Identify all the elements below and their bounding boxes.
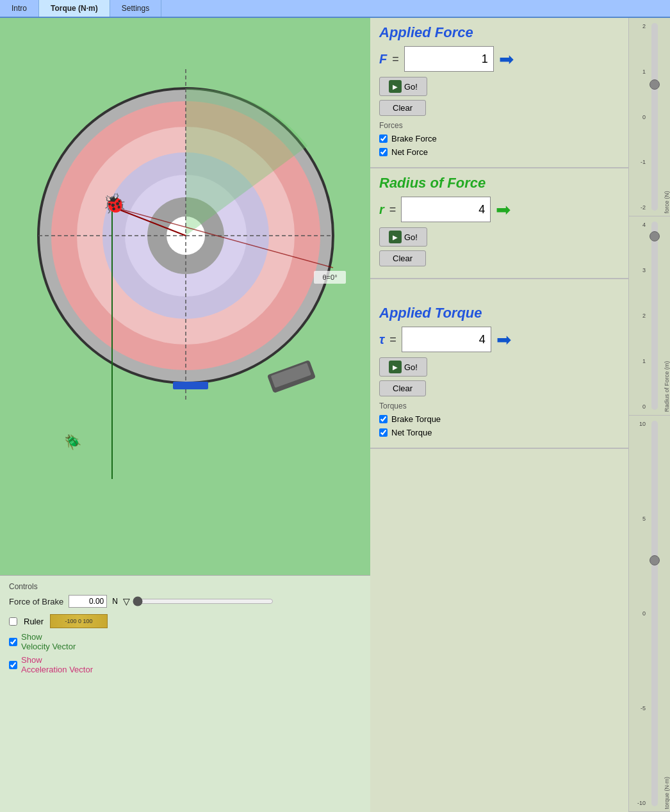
radius-scale-handle[interactable]	[650, 231, 660, 241]
svg-text:🪲: 🪲	[64, 434, 82, 451]
show-velocity-label: ShowVelocity Vector	[21, 632, 76, 651]
net-torque-checkbox[interactable]	[379, 428, 388, 437]
torque-symbol: τ	[379, 332, 384, 347]
torque-scale-label: torque (N·m)	[664, 416, 670, 812]
controls-title: Controls	[9, 582, 361, 591]
force-arrow-icon: ➡	[499, 49, 514, 70]
go-icon: ▶	[389, 80, 402, 93]
svg-text:θ=0°: θ=0°	[322, 273, 337, 281]
force-go-button[interactable]: ▶ Go!	[379, 77, 427, 96]
applied-torque-title: Applied Torque	[379, 305, 619, 321]
torque-scale-handle[interactable]	[650, 555, 660, 565]
applied-torque-section: Applied Torque τ = ➡ ▶ Go! Clear To	[370, 298, 628, 449]
net-force-row: Net Force	[379, 147, 619, 157]
radius-arrow-icon: ➡	[496, 199, 511, 220]
tab-intro[interactable]: Intro	[0, 0, 39, 17]
right-column: Applied Force F = ➡ ▶ Go! Clear For	[370, 18, 670, 812]
force-brake-row: Force of Brake N ▽	[9, 595, 361, 608]
force-brake-slider-container: ▽	[123, 596, 274, 606]
applied-force-equation: F = ➡	[379, 46, 619, 72]
torques-label: Torques	[379, 402, 619, 410]
radius-scale-ticks: 4 3 2 1 0	[629, 216, 647, 414]
svg-rect-14	[173, 382, 208, 389]
force-go-label: Go!	[404, 82, 418, 92]
force-equals: =	[392, 53, 399, 66]
force-brake-slider[interactable]	[133, 596, 274, 606]
radius-scale-section: 4 3 2 1 0 Radius of Force (m)	[629, 216, 670, 415]
radius-go-icon: ▶	[389, 231, 402, 243]
simulation-viewport: θ=0° 🐞 🪲	[0, 18, 370, 575]
radius-clear-button[interactable]: Clear	[379, 250, 426, 266]
torque-go-button[interactable]: ▶ Go!	[379, 357, 427, 377]
brake-torque-checkbox[interactable]	[379, 415, 388, 423]
applied-torque-equation: τ = ➡	[379, 327, 619, 352]
radius-scale-bar	[647, 216, 662, 414]
simulation-canvas: θ=0° 🐞 🪲	[0, 18, 370, 575]
radius-scale-label: Radius of Force (m)	[664, 216, 670, 414]
radius-force-equation: r = ➡	[379, 197, 619, 222]
force-scale-track[interactable]	[651, 23, 658, 211]
show-velocity-row: ShowVelocity Vector	[9, 632, 361, 651]
torque-value-input[interactable]	[402, 327, 491, 352]
radius-value-input[interactable]	[401, 197, 491, 222]
force-unit: N	[112, 597, 118, 606]
right-scale: 2 1 0 -1 -2 force (N)	[628, 18, 670, 812]
net-torque-label: Net Torque	[391, 428, 432, 437]
show-acceleration-checkbox[interactable]	[9, 661, 17, 669]
force-scale-section: 2 1 0 -1 -2 force (N)	[629, 18, 670, 216]
applied-force-title: Applied Force	[379, 24, 619, 41]
torque-scale-ticks: 10 5 0 -5 -10	[629, 416, 647, 812]
slider-down-icon[interactable]: ▽	[123, 596, 130, 606]
brake-force-checkbox[interactable]	[379, 134, 388, 143]
torque-go-icon: ▶	[389, 361, 402, 373]
controls-area: Controls Force of Brake N ▽ Ruler -100	[0, 575, 370, 812]
force-symbol: F	[379, 52, 387, 67]
brake-torque-row: Brake Torque	[379, 414, 619, 424]
right-controls: Applied Force F = ➡ ▶ Go! Clear For	[370, 18, 628, 812]
force-clear-button[interactable]: Clear	[379, 100, 426, 116]
radius-equals: =	[389, 203, 396, 216]
brake-torque-label: Brake Torque	[391, 414, 441, 424]
torque-go-label: Go!	[404, 362, 418, 372]
tab-bar: Intro Torque (N·m) Settings	[0, 0, 670, 18]
force-scale-ticks: 2 1 0 -1 -2	[629, 18, 647, 216]
tab-torque[interactable]: Torque (N·m)	[39, 0, 110, 17]
ruler-checkbox[interactable]	[9, 617, 17, 626]
torque-scale-bar	[647, 416, 662, 812]
forces-label: Forces	[379, 121, 619, 130]
radius-scale-track[interactable]	[651, 222, 658, 409]
radius-go-button[interactable]: ▶ Go!	[379, 227, 427, 247]
tab-settings[interactable]: Settings	[110, 0, 161, 17]
torque-arrow-icon: ➡	[496, 329, 511, 350]
radius-force-section: Radius of Force r = ➡ ▶ Go! Clear	[370, 168, 628, 279]
show-velocity-checkbox[interactable]	[9, 638, 17, 646]
ruler-label: Ruler	[24, 617, 44, 626]
content-area: θ=0° 🐞 🪲 Controls	[0, 18, 670, 812]
force-brake-input[interactable]	[69, 595, 107, 608]
spacer	[370, 279, 628, 298]
radius-symbol: r	[379, 202, 384, 217]
brake-force-row: Brake Force	[379, 134, 619, 143]
radius-go-label: Go!	[404, 232, 418, 242]
brake-force-label: Brake Force	[391, 134, 437, 143]
force-scale-bar	[647, 18, 662, 216]
net-force-label: Net Force	[391, 147, 428, 157]
applied-force-section: Applied Force F = ➡ ▶ Go! Clear For	[370, 18, 628, 168]
show-acceleration-row: ShowAcceleration Vector	[9, 655, 361, 674]
show-acceleration-label: ShowAcceleration Vector	[21, 655, 93, 674]
force-scale-handle[interactable]	[650, 79, 660, 90]
force-scale-label: force (N)	[664, 18, 670, 216]
app-root: Intro Torque (N·m) Settings	[0, 0, 670, 812]
left-column: θ=0° 🐞 🪲 Controls	[0, 18, 370, 812]
torque-scale-section: 10 5 0 -5 -10 torque (N·m)	[629, 416, 670, 813]
net-torque-row: Net Torque	[379, 428, 619, 437]
force-brake-label: Force of Brake	[9, 597, 63, 606]
svg-text:🐞: 🐞	[102, 192, 127, 215]
ruler-row: Ruler -100 0 100	[9, 614, 361, 628]
ruler-image: -100 0 100	[50, 614, 108, 628]
torque-scale-track[interactable]	[651, 421, 658, 807]
torque-equals: =	[389, 333, 396, 346]
force-value-input[interactable]	[404, 46, 494, 72]
net-force-checkbox[interactable]	[379, 148, 388, 156]
torque-clear-button[interactable]: Clear	[379, 380, 426, 396]
